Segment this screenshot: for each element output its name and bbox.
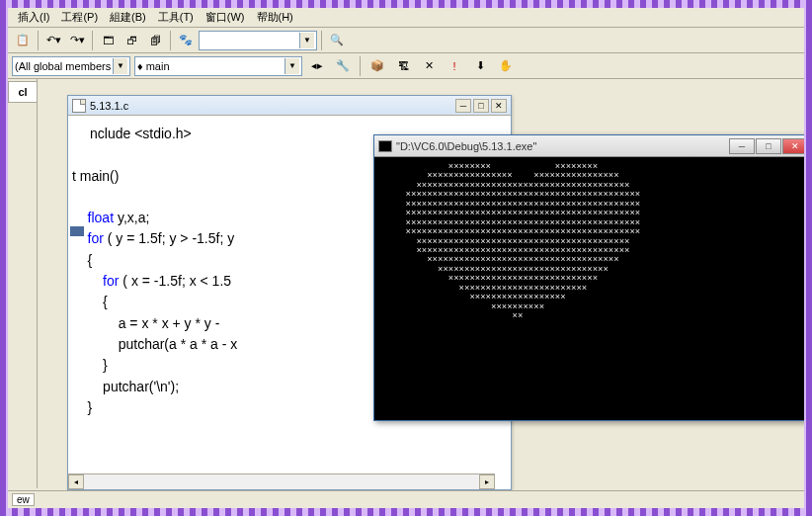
chevron-down-icon: ▼ (284, 58, 299, 74)
build-button[interactable]: 🏗 (392, 55, 414, 77)
redo-button[interactable]: ↷▾ (66, 30, 88, 51)
scroll-track[interactable] (84, 474, 479, 489)
toolbar-standard: 📋 ↶▾ ↷▾ 🗔 🗗 🗐 🐾 ▼ 🔍 (8, 28, 804, 53)
sidebar: cl (8, 79, 38, 488)
minimize-button[interactable]: ─ (455, 99, 471, 113)
code-window-titlebar[interactable]: 5.13.1.c ─ □ ✕ (68, 96, 511, 116)
search-button[interactable]: 🔍 (326, 30, 348, 51)
console-titlebar[interactable]: "D:\VC6.0\Debug\5.13.1.exe" ─ □ ✕ (374, 135, 812, 157)
console-icon (378, 140, 392, 152)
breakpoint-marker[interactable] (70, 226, 84, 236)
toolbar-wizard: (All global members▼ ♦ main▼ ◂▸ 🔧 📦 🏗 ✕ … (8, 53, 804, 79)
menubar: 插入(I) 工程(P) 組建(B) 工具(T) 窗口(W) 帮助(H) (8, 8, 804, 28)
chevron-down-icon: ▼ (299, 33, 314, 48)
output-button[interactable]: 🗐 (144, 30, 166, 51)
scope-combo[interactable]: (All global members▼ (12, 56, 130, 76)
menu-help[interactable]: 帮助(H) (251, 8, 299, 27)
stop-build-button[interactable]: ✕ (418, 55, 440, 77)
breakpoint-button[interactable]: ✋ (495, 55, 517, 77)
code-window-title: 5.13.1.c (90, 100, 128, 112)
scroll-left-icon[interactable]: ◂ (68, 474, 84, 489)
console-title-text: "D:\VC6.0\Debug\5.13.1.exe" (396, 140, 536, 152)
statusbar: ew (8, 490, 804, 508)
go-button[interactable]: ◂▸ (306, 55, 328, 77)
menu-window[interactable]: 窗口(W) (200, 8, 251, 27)
workspace-button[interactable]: 🗔 (97, 30, 119, 51)
console-minimize-button[interactable]: ─ (729, 138, 755, 154)
console-maximize-button[interactable]: □ (756, 138, 781, 154)
sidebar-tab-classview[interactable]: cl (8, 81, 37, 103)
compile-button[interactable]: 📦 (366, 55, 388, 77)
menu-tools[interactable]: 工具(T) (152, 8, 200, 27)
horizontal-scrollbar[interactable]: ◂ ▸ (68, 473, 495, 489)
status-tab[interactable]: ew (12, 493, 35, 506)
find-button[interactable]: 🐾 (175, 30, 197, 51)
copy-button[interactable]: 📋 (12, 30, 34, 51)
chevron-down-icon: ▼ (113, 58, 127, 74)
undo-button[interactable]: ↶▾ (42, 30, 64, 51)
console-close-button[interactable]: ✕ (782, 138, 808, 154)
scroll-right-icon[interactable]: ▸ (479, 474, 495, 489)
console-output: ×××××××× ×××××××× ×××××××××××××××× ×××××… (374, 157, 812, 327)
execute-button[interactable]: ! (444, 55, 465, 77)
menu-insert[interactable]: 插入(I) (12, 8, 55, 27)
document-icon (72, 99, 86, 113)
member-combo[interactable]: ♦ main▼ (134, 56, 302, 76)
go-debug-button[interactable]: ⬇ (469, 55, 491, 77)
maximize-button[interactable]: □ (473, 99, 489, 113)
close-button[interactable]: ✕ (491, 99, 507, 113)
menu-project[interactable]: 工程(P) (55, 8, 104, 27)
wizard-button[interactable]: 🔧 (332, 55, 354, 77)
console-window: "D:\VC6.0\Debug\5.13.1.exe" ─ □ ✕ ××××××… (373, 134, 812, 421)
window-list-button[interactable]: 🗗 (121, 30, 142, 51)
find-combo[interactable]: ▼ (199, 31, 317, 50)
menu-build[interactable]: 組建(B) (104, 8, 152, 27)
